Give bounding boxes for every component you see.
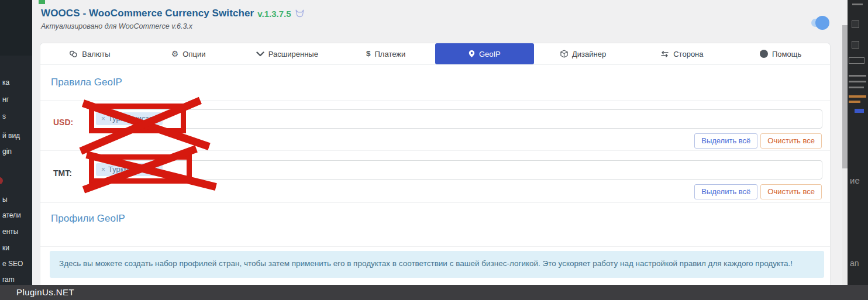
strip-fragment: [852, 41, 859, 49]
toggle-knob: [815, 16, 829, 30]
sidebar-item[interactable]: ка: [2, 78, 9, 87]
tab-help[interactable]: ? Помощь: [731, 43, 830, 64]
divider: [40, 246, 830, 247]
usd-countries-select[interactable]: × Туркменистан: [89, 109, 822, 129]
tab-label: Дизайнер: [572, 50, 606, 58]
coins-icon: [69, 50, 78, 58]
sidebar-item[interactable]: gin: [2, 147, 12, 156]
tab-advanced[interactable]: Расширенные: [238, 43, 337, 64]
strip-text-fragment: an: [850, 258, 859, 268]
usd-buttons-row: Выделить всё Очистить все: [694, 133, 822, 149]
strip-fragment: [852, 4, 863, 5]
profiles-info-box: Здесь вы можете создать набор профилей с…: [50, 251, 824, 278]
notification-badge: [0, 177, 3, 184]
tab-side[interactable]: Сторона: [633, 43, 732, 64]
settings-card: Валюты ⚙ Опции Расширенные $ Платежи G: [40, 43, 831, 300]
strip-fragment: [849, 101, 860, 103]
chevron-down-icon: [256, 51, 264, 57]
tab-label: GeoIP: [479, 50, 501, 58]
tmt-countries-select[interactable]: × Туркменистан: [89, 160, 822, 180]
divider: [40, 100, 830, 101]
background-window-strip: ие an: [848, 0, 868, 285]
tab-label: Сторона: [673, 50, 703, 58]
tab-payments[interactable]: $ Платежи: [336, 43, 435, 64]
tab-geoip[interactable]: GeoIP: [435, 43, 534, 64]
tab-designer[interactable]: Дизайнер: [534, 43, 633, 64]
help-icon: ?: [760, 50, 768, 58]
success-notice-fragment: [39, 0, 45, 4]
country-tag: × Туркменистан: [96, 163, 163, 176]
country-tag-label: Туркменистан: [108, 114, 157, 123]
sidebar-item[interactable]: s: [2, 112, 6, 120]
strip-fragment: [849, 57, 864, 64]
strip-text-fragment: ие: [850, 175, 860, 185]
plugin-enable-toggle[interactable]: [811, 16, 830, 29]
strip-fragment: [849, 87, 864, 88]
tab-label: Опции: [182, 50, 205, 58]
strip-fragment: [852, 20, 859, 28]
fox-icon: [295, 9, 305, 18]
footer-brand: PluginUs.NET: [16, 287, 74, 297]
scrollbar-thumb[interactable]: [842, 25, 848, 168]
footer-brand-bar: PluginUs.NET: [0, 285, 868, 300]
tab-options[interactable]: ⚙ Опции: [139, 43, 238, 64]
tab-label: Помощь: [772, 50, 801, 58]
tab-bar: Валюты ⚙ Опции Расширенные $ Платежи G: [40, 43, 830, 65]
cube-icon: [560, 50, 568, 58]
geoip-profiles-heading: Профили GeoIP: [51, 213, 125, 225]
tab-currencies[interactable]: Валюты: [40, 43, 139, 64]
strip-fragment: [849, 81, 866, 82]
geoip-rules-heading: Правила GeoIP: [51, 77, 122, 88]
tab-label: Валюты: [82, 50, 110, 58]
sidebar-item[interactable]: атели: [2, 211, 21, 219]
plugin-header: WOOCS - WooCommerce Currency Switcher v.…: [41, 8, 305, 30]
select-all-button[interactable]: Выделить всё: [694, 133, 757, 149]
divider: [40, 202, 830, 203]
country-tag: × Туркменистан: [96, 112, 163, 125]
select-all-button[interactable]: Выделить всё: [694, 184, 757, 199]
sidebar-item[interactable]: енты: [2, 227, 18, 236]
sidebar-item[interactable]: ы: [2, 195, 8, 204]
strip-fragment: [849, 75, 866, 77]
remove-tag-icon[interactable]: ×: [101, 165, 105, 174]
divider: [40, 150, 830, 151]
version-badge: v.1.3.7.5: [257, 9, 291, 19]
swap-icon: [660, 51, 669, 57]
scrollbar-track[interactable]: [842, 25, 848, 285]
currency-label-tmt: TMT:: [53, 168, 72, 178]
remove-tag-icon[interactable]: ×: [101, 115, 105, 123]
sidebar-item[interactable]: ки: [2, 244, 9, 252]
country-tag-label: Туркменистан: [108, 165, 157, 174]
gear-icon: ⚙: [171, 50, 179, 58]
sidebar-item[interactable]: е SEO: [2, 260, 23, 268]
tab-label: Платежи: [375, 50, 406, 58]
dollar-icon: $: [366, 50, 371, 58]
admin-sidebar: ка нг s й вид gin ы атели енты ки е SEO …: [0, 0, 32, 285]
map-pin-icon: [469, 50, 475, 58]
sidebar-item[interactable]: й вид: [2, 132, 20, 140]
plugin-subtitle: Актуализировано для WooCommerce v.6.3.x: [41, 22, 305, 30]
clear-all-button[interactable]: Очистить все: [760, 184, 822, 199]
clear-all-button[interactable]: Очистить все: [760, 133, 822, 149]
page-title: WOOCS - WooCommerce Currency Switcher: [41, 8, 254, 19]
tab-label: Расширенные: [268, 50, 318, 58]
currency-label-usd: USD:: [53, 118, 73, 127]
sidebar-item[interactable]: ram: [2, 275, 15, 284]
tmt-buttons-row: Выделить всё Очистить все: [694, 184, 822, 199]
sidebar-item[interactable]: нг: [2, 95, 9, 104]
strip-fragment: [855, 109, 864, 113]
admin-sidebar-top: [0, 0, 32, 56]
strip-fragment: [849, 95, 866, 98]
